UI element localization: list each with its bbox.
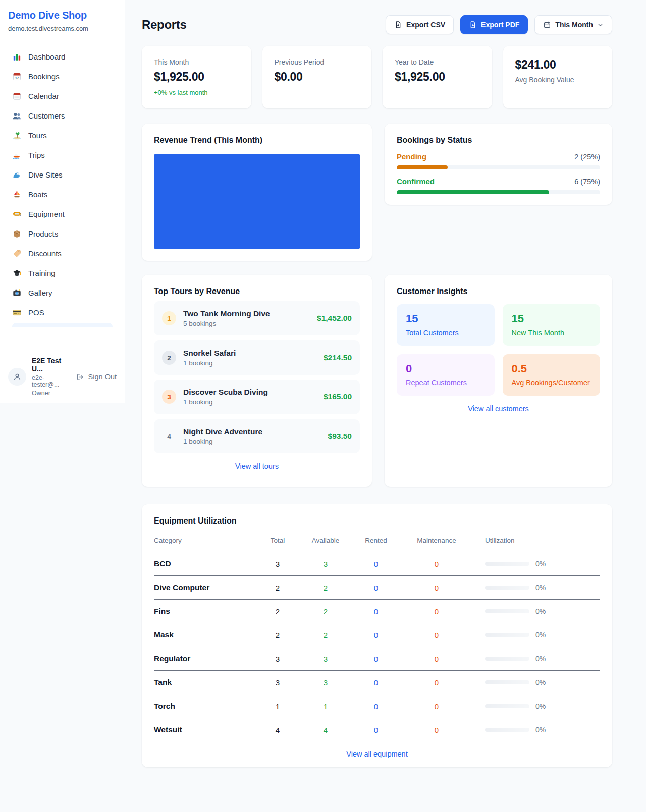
sidebar-item-dive-sites[interactable]: Dive Sites (6, 165, 119, 185)
tour-revenue: $93.50 (328, 432, 352, 441)
export-pdf-button[interactable]: Export PDF (460, 15, 528, 34)
stat-delta: +0% vs last month (154, 89, 239, 96)
person-icon (12, 372, 22, 382)
revenue-trend-title: Revenue Trend (This Month) (154, 136, 360, 145)
cell-category: Regulator (154, 647, 255, 671)
sidebar-item-reports-partial[interactable] (12, 323, 113, 327)
tour-list-item: 2 Snorkel Safari 1 booking $214.50 (154, 340, 360, 375)
cell-maintenance: 0 (401, 718, 472, 742)
sidebar-item-products[interactable]: Products (6, 224, 119, 244)
period-dropdown[interactable]: This Month (534, 15, 612, 34)
cell-total: 3 (255, 552, 300, 576)
export-pdf-label: Export PDF (481, 21, 519, 29)
tour-bookings: 1 booking (183, 359, 316, 367)
file-download-icon (394, 21, 402, 29)
sailboat-icon (12, 190, 22, 199)
status-count: 6 (75%) (574, 178, 600, 186)
cell-maintenance: 0 (401, 552, 472, 576)
sidebar-item-gallery[interactable]: Gallery (6, 283, 119, 303)
user-email: e2e-tester@... (32, 374, 71, 388)
sidebar-user-section: E2E Test U... e2e-tester@... Owner Sign … (0, 351, 125, 403)
top-tours-card: Top Tours by Revenue 1 Two Tank Morning … (142, 275, 372, 487)
view-all-customers-link[interactable]: View all customers (397, 404, 600, 413)
progress-fill (397, 190, 549, 194)
sidebar-item-label: Calendar (28, 92, 59, 100)
sidebar: Demo Dive Shop demo.test.divestreams.com… (0, 0, 125, 403)
cell-total: 2 (255, 623, 300, 647)
bookings-by-status-card: Bookings by Status Pending 2 (25%) Confi… (385, 124, 612, 205)
insight-value: 0.5 (512, 362, 591, 375)
cell-rented: 0 (351, 552, 401, 576)
table-row: Wetsuit 4 4 0 0 0% (154, 718, 600, 742)
table-row: BCD 3 3 0 0 0% (154, 552, 600, 576)
cell-available: 3 (300, 552, 351, 576)
header-actions: Export CSV Export PDF This Month (386, 15, 612, 34)
bookings-by-status-title: Bookings by Status (397, 136, 600, 145)
tour-bookings: 1 booking (183, 438, 321, 445)
tour-name: Night Dive Adventure (183, 427, 321, 436)
stat-label: Year to Date (395, 58, 480, 66)
column-header-utilization: Utilization (472, 532, 600, 552)
sidebar-item-boats[interactable]: Boats (6, 185, 119, 204)
sidebar-item-calendar[interactable]: Calendar (6, 86, 119, 106)
export-csv-button[interactable]: Export CSV (386, 15, 454, 34)
sidebar-item-pos[interactable]: POS (6, 303, 119, 322)
sign-out-button[interactable]: Sign Out (76, 373, 117, 381)
column-header-category: Category (154, 532, 255, 552)
sidebar-item-discounts[interactable]: Discounts (6, 244, 119, 263)
sidebar-item-customers[interactable]: Customers (6, 106, 119, 126)
table-row: Regulator 3 3 0 0 0% (154, 647, 600, 671)
cell-total: 2 (255, 600, 300, 623)
insight-label: New This Month (512, 329, 591, 337)
stat-value: $1,925.00 (154, 70, 239, 84)
utilization-bar (485, 562, 529, 566)
svg-text:17: 17 (15, 76, 19, 80)
sidebar-item-equipment[interactable]: Equipment (6, 204, 119, 224)
avatar (8, 368, 26, 386)
cell-maintenance: 0 (401, 600, 472, 623)
progress-track (397, 190, 600, 194)
cell-total: 3 (255, 671, 300, 694)
stat-label: Avg Booking Value (515, 76, 601, 84)
view-all-equipment-link[interactable]: View all equipment (154, 750, 600, 758)
rank-badge: 2 (162, 351, 176, 365)
cell-maintenance: 0 (401, 576, 472, 600)
insight-tile-repeat-customers: 0 Repeat Customers (397, 354, 495, 396)
stat-label: Previous Period (275, 58, 360, 66)
table-header-row: Category Total Available Rented Maintena… (154, 532, 600, 552)
sidebar-item-label: Bookings (28, 72, 60, 81)
sidebar-item-dashboard[interactable]: Dashboard (6, 47, 119, 67)
column-header-maintenance: Maintenance (401, 532, 472, 552)
sidebar-item-trips[interactable]: Trips (6, 145, 119, 165)
cell-category: Torch (154, 694, 255, 718)
cell-category: BCD (154, 552, 255, 576)
utilization-bar (485, 633, 529, 637)
island-icon (12, 131, 22, 140)
cell-maintenance: 0 (401, 694, 472, 718)
sidebar-item-training[interactable]: Training (6, 263, 119, 283)
calendar-icon (543, 21, 551, 29)
status-label: Pending (397, 152, 426, 161)
sidebar-item-bookings[interactable]: 17 Bookings (6, 67, 119, 86)
tearoff-calendar-icon (12, 91, 22, 101)
cell-category: Mask (154, 623, 255, 647)
insight-label: Total Customers (406, 329, 486, 337)
bar-chart-icon (12, 52, 22, 62)
view-all-tours-link[interactable]: View all tours (154, 462, 360, 470)
utilization-percent: 0% (535, 631, 546, 639)
insight-tile-new-this-month: 15 New This Month (503, 304, 601, 346)
customer-insights-card: Customer Insights 15 Total Customers 15 … (385, 275, 612, 487)
utilization-percent: 0% (535, 560, 546, 568)
utilization-percent: 0% (535, 702, 546, 710)
column-header-rented: Rented (351, 532, 401, 552)
revenue-trend-chart (154, 154, 360, 249)
cell-rented: 0 (351, 623, 401, 647)
cell-rented: 0 (351, 600, 401, 623)
utilization-percent: 0% (535, 655, 546, 663)
utilization-percent: 0% (535, 607, 546, 615)
credit-card-icon (12, 308, 22, 317)
table-row: Fins 2 2 0 0 0% (154, 600, 600, 623)
sidebar-item-label: Dive Sites (28, 170, 63, 179)
sidebar-item-tours[interactable]: Tours (6, 126, 119, 145)
user-info: E2E Test U... e2e-tester@... Owner (32, 357, 71, 397)
